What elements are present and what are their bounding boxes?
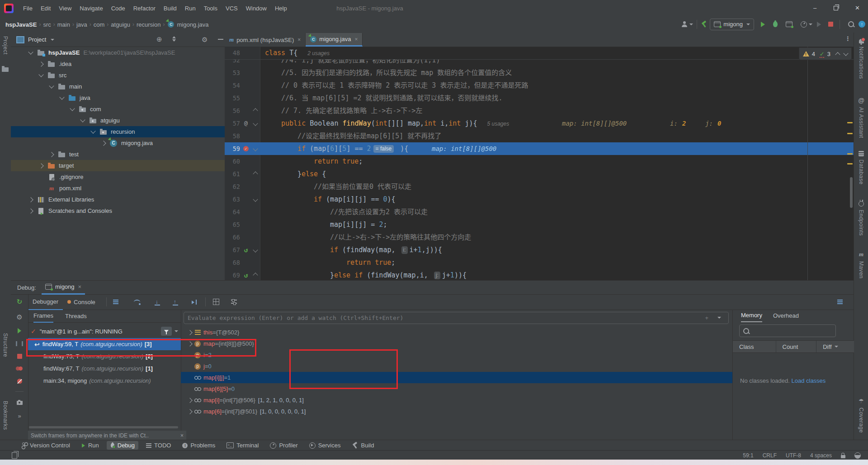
pause-icon[interactable]: [16, 341, 23, 346]
tree-row-target[interactable]: target: [11, 160, 225, 171]
user-caret-icon[interactable]: [689, 23, 693, 25]
tree-row-recursion[interactable]: recursion: [11, 126, 225, 137]
menu-edit[interactable]: Edit: [37, 4, 55, 13]
tree-row-ExternalLibraries[interactable]: External Libraries: [11, 194, 225, 205]
toolwindow-button-todo[interactable]: TODO: [142, 441, 175, 450]
thread-dump-icon[interactable]: [17, 401, 23, 405]
close-button[interactable]: ✕: [847, 0, 868, 15]
toolwindow-button-services[interactable]: Services: [306, 441, 344, 450]
rerun-icon[interactable]: ↻: [17, 298, 23, 306]
run-config-selector[interactable]: migong: [710, 19, 754, 30]
panel-layout-icon[interactable]: [837, 300, 843, 304]
mute-breakpoints-icon[interactable]: [17, 379, 22, 384]
memory-indicator-icon[interactable]: [854, 452, 861, 459]
tab-console[interactable]: Console: [63, 295, 100, 310]
tree-row-main[interactable]: main: [11, 81, 225, 92]
toolwindow-button-debug[interactable]: Debug: [107, 441, 138, 450]
tree-row-com[interactable]: com: [11, 103, 225, 115]
minimize-button[interactable]: –: [804, 0, 826, 15]
coverage-button[interactable]: [786, 21, 793, 27]
gutter[interactable]: 61: [225, 168, 260, 180]
editor-scrollbar-thumb[interactable]: [850, 177, 853, 208]
menu-tools[interactable]: Tools: [200, 4, 222, 13]
search-everywhere-icon[interactable]: [848, 21, 854, 27]
filter-frames-button[interactable]: [161, 327, 172, 336]
variable-row[interactable]: map[6][5] = 0: [181, 383, 732, 395]
build-hammer-icon[interactable]: [701, 21, 707, 28]
tree-chevron-icon[interactable]: [28, 49, 33, 54]
restore-layout-icon[interactable]: [113, 300, 118, 304]
tab-overhead[interactable]: Overhead: [773, 310, 799, 322]
stop-icon[interactable]: [17, 354, 22, 359]
gutter[interactable]: 67↺: [225, 244, 260, 256]
gutter[interactable]: 48: [225, 47, 260, 59]
view-breakpoints-icon[interactable]: [16, 366, 23, 371]
recursive-call-icon[interactable]: ↺: [244, 272, 248, 278]
gutter[interactable]: 52: [225, 60, 260, 66]
menu-refactor[interactable]: Refactor: [129, 4, 160, 13]
stripe-ai-assistant[interactable]: @ AI Assistant: [854, 97, 868, 138]
gutter[interactable]: 65: [225, 218, 260, 231]
encoding[interactable]: UTF-8: [786, 452, 801, 459]
column-class[interactable]: Class: [733, 341, 776, 352]
frame-row[interactable]: main:34, migong (com.atguigu.recursion): [28, 375, 181, 387]
stripe-warning-mark[interactable]: [847, 133, 853, 134]
tree-chevron-icon[interactable]: [49, 152, 54, 157]
gutter[interactable]: 55: [225, 92, 260, 104]
stripe-maven[interactable]: m Maven: [854, 251, 868, 279]
stripe-coverage[interactable]: ☂ Coverage: [854, 398, 868, 433]
evaluate-caret-icon[interactable]: [717, 317, 721, 319]
close-session-icon[interactable]: ×: [78, 283, 82, 290]
tree-chevron-icon[interactable]: [101, 141, 106, 146]
gutter[interactable]: 59✓: [225, 142, 260, 155]
stripe-endpoints[interactable]: Endpoints: [854, 201, 868, 236]
variable-row[interactable]: map[i][j] = 1: [181, 372, 732, 383]
gutter[interactable]: 58: [225, 130, 260, 142]
breadcrumb-item[interactable]: hspJavaSE: [5, 21, 37, 28]
debug-button[interactable]: [773, 21, 778, 27]
inspections-widget[interactable]: 4 ✓ 3: [799, 47, 852, 60]
toolwindow-switcher-icon[interactable]: [12, 452, 17, 459]
fold-marker-icon[interactable]: [253, 247, 258, 252]
resume-icon[interactable]: [18, 328, 21, 333]
menu-window[interactable]: Window: [242, 4, 271, 13]
menu-file[interactable]: File: [19, 4, 37, 13]
line-ending[interactable]: CRLF: [763, 452, 777, 459]
stripe-warning-mark[interactable]: [847, 122, 853, 123]
tree-chevron-icon[interactable]: [59, 94, 64, 99]
tree-chevron-icon[interactable]: [28, 197, 33, 202]
variable-expander-icon[interactable]: [187, 410, 193, 413]
tree-row-pomxml[interactable]: mpom.xml: [11, 183, 225, 194]
session-settings-icon[interactable]: ⚙: [16, 314, 22, 320]
gutter[interactable]: 64: [225, 206, 260, 218]
stripe-database[interactable]: Database: [854, 151, 868, 184]
stop-button[interactable]: [828, 22, 833, 27]
toolwindow-button-terminal[interactable]: >_Terminal: [223, 441, 262, 450]
run-button[interactable]: [761, 22, 765, 27]
variable-expander-icon[interactable]: [187, 331, 193, 334]
gutter[interactable]: 53: [225, 66, 260, 79]
memory-search-input[interactable]: [739, 324, 836, 337]
tab-debugger[interactable]: Debugger: [28, 294, 63, 310]
fold-marker-icon[interactable]: [253, 171, 258, 176]
toolwindow-button-problems[interactable]: !Problems: [179, 441, 219, 450]
layout-settings-icon[interactable]: [231, 300, 237, 304]
tree-row-migongjava[interactable]: Cmigong.java: [11, 137, 225, 149]
tree-row-hspJavaSE[interactable]: hspJavaSEE:\workplace01\javaSE\hspJavaSE: [11, 47, 225, 58]
update-available-icon[interactable]: ↑: [859, 21, 865, 28]
menu-build[interactable]: Build: [160, 4, 181, 13]
breadcrumb-item[interactable]: recursion: [137, 21, 160, 28]
tree-row-idea[interactable]: .idea: [11, 58, 225, 70]
gutter[interactable]: 68: [225, 256, 260, 269]
toolwindow-button-run[interactable]: Run: [78, 441, 103, 450]
stripe-structure-label[interactable]: Structure: [2, 333, 9, 357]
step-over-icon[interactable]: [134, 300, 140, 305]
menu-run[interactable]: Run: [181, 4, 200, 13]
variable-row[interactable]: pmap = {int[8][]@500}: [181, 338, 732, 349]
tree-chevron-icon[interactable]: [80, 117, 85, 122]
indent-size[interactable]: 4 spaces: [810, 452, 832, 459]
variable-expander-icon[interactable]: [187, 342, 193, 346]
tree-row-java[interactable]: java: [11, 92, 225, 103]
stripe-notifications[interactable]: Notifications: [854, 39, 868, 79]
fold-marker-icon[interactable]: [253, 197, 258, 202]
